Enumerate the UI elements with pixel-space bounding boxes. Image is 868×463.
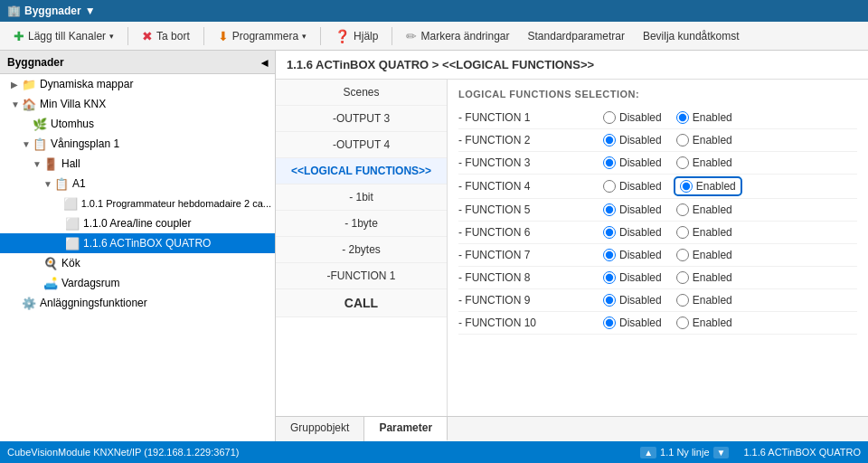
function-8-radio-group: Disabled Enabled (603, 271, 732, 284)
content-body: Scenes -OUTPUT 3 -OUTPUT 4 <<LOGICAL FUN… (276, 80, 868, 416)
folder-icon: 📁 (22, 78, 36, 91)
function-2-disabled-option[interactable]: Disabled (603, 134, 662, 146)
sidebar-item-kok[interactable]: 🍳 Kök (0, 253, 275, 273)
params-title: LOGICAL FUNCTIONS SELECTION: (458, 89, 857, 99)
tab-parameter[interactable]: Parameter (364, 417, 448, 441)
content-title: 1.1.6 ACTinBOX QUATRO > <<LOGICAL FUNCTI… (287, 58, 594, 71)
add-icon: ✚ (14, 29, 24, 43)
function-1-enabled-option[interactable]: Enabled (676, 111, 732, 124)
sidebar-item-anlaggningsfunktioner[interactable]: ⚙️ Anläggningsfunktioner (0, 293, 275, 313)
sidebar-item-vardagsrum[interactable]: 🛋️ Vardagsrum (0, 273, 275, 293)
function-8-enabled-option[interactable]: Enabled (676, 271, 732, 284)
grant-access-button[interactable]: Bevilja kundåtkomst (635, 26, 748, 46)
sidebar-item-dynamic-folders[interactable]: ▶ 📁 Dynamiska mappar (0, 74, 275, 94)
function-5-enabled-option[interactable]: Enabled (676, 203, 732, 216)
function-6-enabled-option[interactable]: Enabled (676, 226, 732, 239)
pencil-icon: ✏ (406, 29, 417, 43)
menu-item-1byte[interactable]: - 1byte (276, 211, 447, 237)
function-row-8: - FUNCTION 8 Disabled Enabled (458, 267, 857, 289)
function-10-enabled-option[interactable]: Enabled (676, 317, 732, 329)
device-selected-icon: ⬜ (65, 237, 80, 250)
menu-item-output3[interactable]: -OUTPUT 3 (276, 106, 447, 132)
function-7-enabled-option[interactable]: Enabled (676, 249, 732, 261)
mark-changes-button[interactable]: ✏ Markera ändringar (398, 25, 517, 47)
status-device: 1.1.6 ACTinBOX QUATRO (743, 447, 861, 458)
function-8-label: - FUNCTION 8 (458, 271, 603, 284)
function-row-5: - FUNCTION 5 Disabled Enabled (458, 199, 857, 222)
function-5-radio-group: Disabled Enabled (603, 203, 732, 216)
function-9-enabled-option[interactable]: Enabled (676, 294, 732, 307)
title-bar: 🏢 Byggnader ▼ (0, 0, 868, 22)
function-row-4: - FUNCTION 4 Disabled Enabled (458, 175, 857, 199)
delete-icon: ✖ (142, 29, 153, 43)
separator-3 (320, 27, 321, 45)
nav-down-button[interactable]: ▼ (713, 447, 730, 458)
expand-icon: ▼ (11, 99, 22, 109)
status-bar: CubeVisionModule KNXNet/IP (192.168.1.22… (0, 441, 868, 463)
status-right: ▲ 1.1 Ny linje ▼ 1.1.6 ACTinBOX QUATRO (640, 447, 861, 458)
sidebar-title: Byggnader (7, 56, 64, 69)
function-9-disabled-option[interactable]: Disabled (603, 294, 662, 307)
sidebar-item-a1[interactable]: ▼ 📋 A1 (0, 174, 275, 194)
menu-item-call[interactable]: CALL (276, 289, 447, 317)
standard-params-button[interactable]: Standardparametrar (520, 26, 633, 46)
add-dropdown-arrow[interactable]: ▾ (109, 32, 114, 41)
function-4-enabled-option[interactable]: Enabled (676, 179, 740, 194)
title-chevron[interactable]: ▼ (85, 5, 96, 17)
expand-icon: ▶ (11, 80, 22, 90)
sidebar-item-actinbox-quatro[interactable]: ⬜ 1.1.6 ACTinBOX QUATRO (0, 233, 275, 253)
kitchen-icon: 🍳 (43, 257, 58, 270)
menu-item-function1[interactable]: -FUNCTION 1 (276, 263, 447, 289)
expand-icon: ▼ (33, 159, 43, 169)
function-8-disabled-option[interactable]: Disabled (603, 271, 662, 284)
function-7-label: - FUNCTION 7 (458, 249, 603, 261)
menu-item-2bytes[interactable]: - 2bytes (276, 237, 447, 263)
tab-gruppobjekt[interactable]: Gruppobjekt (276, 417, 364, 441)
function-7-radio-group: Disabled Enabled (603, 249, 732, 261)
delete-button[interactable]: ✖ Ta bort (134, 25, 198, 47)
toolbar: ✚ Lägg till Kanaler ▾ ✖ Ta bort ⬇ Progra… (0, 22, 868, 51)
function-1-disabled-option[interactable]: Disabled (603, 111, 662, 124)
function-3-disabled-option[interactable]: Disabled (603, 156, 662, 169)
program-button[interactable]: ⬇ Programmera ▾ (210, 25, 315, 47)
function-6-disabled-option[interactable]: Disabled (603, 226, 662, 239)
function-2-enabled-option[interactable]: Enabled (676, 134, 732, 146)
add-channels-button[interactable]: ✚ Lägg till Kanaler ▾ (5, 25, 122, 47)
settings-icon: ⚙️ (22, 297, 36, 310)
function-6-radio-group: Disabled Enabled (603, 226, 732, 239)
function-5-disabled-option[interactable]: Disabled (603, 203, 662, 216)
nav-up-button[interactable]: ▲ (640, 447, 656, 458)
menu-item-logical-functions[interactable]: <<LOGICAL FUNCTIONS>> (276, 158, 447, 184)
sidebar-item-programmateur[interactable]: ⬜ 1.0.1 Programmateur hebdomadaire 2 ca.… (0, 194, 275, 213)
function-3-enabled-option[interactable]: Enabled (676, 156, 732, 169)
sidebar-item-min-villa-knx[interactable]: ▼ 🏠 Min Villa KNX (0, 94, 275, 114)
params-panel: LOGICAL FUNCTIONS SELECTION: - FUNCTION … (448, 80, 868, 416)
function-10-disabled-option[interactable]: Disabled (603, 317, 662, 329)
function-2-label: - FUNCTION 2 (458, 134, 603, 146)
function-row-2: - FUNCTION 2 Disabled Enabled (458, 129, 857, 152)
sidebar-item-utomhus[interactable]: 🌿 Utomhus (0, 114, 275, 134)
function-row-3: - FUNCTION 3 Disabled Enabled (458, 152, 857, 175)
menu-item-1bit[interactable]: - 1bit (276, 184, 447, 211)
menu-item-scenes[interactable]: Scenes (276, 80, 447, 106)
function-9-label: - FUNCTION 9 (458, 294, 603, 307)
sidebar-collapse-icon[interactable]: ◂ (261, 55, 268, 70)
function-10-label: - FUNCTION 10 (458, 317, 603, 329)
function-7-disabled-option[interactable]: Disabled (603, 249, 662, 261)
function-5-label: - FUNCTION 5 (458, 203, 603, 216)
sidebar-item-vaningsplan-1[interactable]: ▼ 📋 Våningsplan 1 (0, 134, 275, 154)
menu-panel: Scenes -OUTPUT 3 -OUTPUT 4 <<LOGICAL FUN… (276, 80, 448, 416)
separator-2 (203, 27, 204, 45)
sidebar-item-area-line-coupler[interactable]: ⬜ 1.1.0 Area/line coupler (0, 213, 275, 233)
menu-item-output4[interactable]: -OUTPUT 4 (276, 132, 447, 158)
function-3-radio-group: Disabled Enabled (603, 156, 732, 169)
sidebar-item-hall[interactable]: ▼ 🚪 Hall (0, 154, 275, 174)
content-area: 1.1.6 ACTinBOX QUATRO > <<LOGICAL FUNCTI… (276, 51, 868, 441)
function-row-1: - FUNCTION 1 Disabled Enabled (458, 107, 857, 129)
program-dropdown-arrow[interactable]: ▾ (302, 32, 307, 41)
function-4-disabled-option[interactable]: Disabled (603, 180, 662, 193)
living-room-icon: 🛋️ (43, 277, 58, 290)
help-button[interactable]: ❓ Hjälp (326, 25, 386, 47)
building-icon: 🏢 (7, 5, 21, 17)
floor-icon: 📋 (33, 137, 47, 151)
